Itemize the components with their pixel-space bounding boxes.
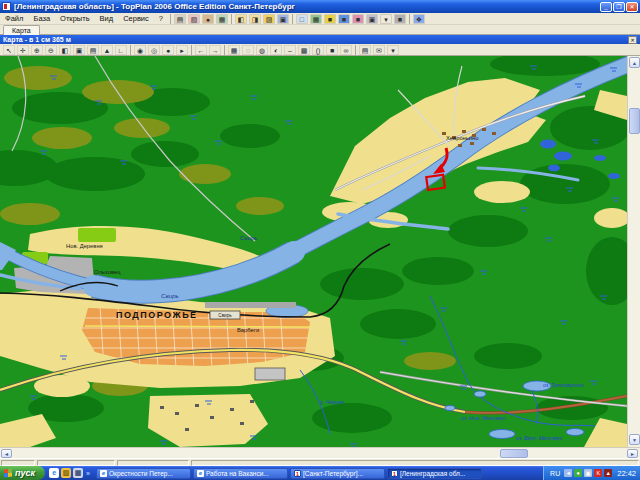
scroll-down-button[interactable]: ▼ [629, 434, 640, 445]
vertical-scroll-thumb[interactable] [629, 108, 640, 134]
topplan-icon: 1 [391, 470, 398, 477]
vertical-scrollbar[interactable]: ▲ ▼ [627, 56, 640, 447]
scroll-right-button[interactable]: ► [627, 449, 638, 458]
blue-window-icon[interactable]: ■ [338, 14, 350, 24]
drive-icon[interactable]: ▣ [366, 14, 378, 24]
menu-item-вид[interactable]: Вид [95, 13, 119, 25]
minus-icon[interactable]: – [284, 45, 296, 55]
link-icon[interactable]: ∞ [340, 45, 352, 55]
save-icon[interactable]: ▣ [277, 14, 289, 24]
photo-icon[interactable]: ▩ [298, 45, 310, 55]
map-label: ПОДПОРОЖЬЕ [116, 310, 198, 320]
minimize-button[interactable]: _ [600, 2, 612, 12]
quick-launch-chevron[interactable]: » [86, 470, 90, 477]
close-button[interactable]: ✕ [626, 2, 638, 12]
screen-icon[interactable]: ■ [326, 45, 338, 55]
north-arrow-icon[interactable]: ▲ [101, 45, 113, 55]
zoom-in-icon[interactable]: ⊕ [31, 45, 43, 55]
horizontal-scrollbar[interactable]: ◄ ► [0, 447, 640, 458]
search-object-icon[interactable]: ◍ [256, 45, 268, 55]
taskbar: пуск e▨▦ » eОкрестности Петер...eРабота … [0, 466, 640, 480]
print-map-icon[interactable]: ▤ [87, 45, 99, 55]
network-icon[interactable]: ▣ [584, 469, 592, 477]
taskbar-button-4[interactable]: 1[Ленинградская обл... [387, 468, 482, 479]
export-right-icon[interactable]: ◨ [249, 14, 261, 24]
layers-icon[interactable]: ▦ [228, 45, 240, 55]
globe-route-icon[interactable]: ◐ [270, 45, 282, 55]
object-info-icon[interactable]: ▣ [73, 45, 85, 55]
more-dropdown-icon[interactable]: ▾ [387, 45, 399, 55]
guard-icon[interactable]: ▲ [604, 469, 612, 477]
picture-icon[interactable]: ▦ [216, 14, 228, 24]
toolbar-separator [355, 45, 356, 55]
toolbar-separator [231, 14, 232, 24]
menu-item-сервис[interactable]: Сервис [118, 13, 154, 25]
language-indicator[interactable]: RU [550, 470, 560, 477]
toolbar-separator [170, 14, 171, 24]
show-desktop-icon[interactable]: ▦ [73, 468, 83, 478]
person-icon[interactable]: ● [202, 14, 214, 24]
screen: [Ленинградская область] - TopPlan 2006 O… [0, 0, 640, 480]
select-area-icon[interactable]: ◧ [59, 45, 71, 55]
map-toolbar: ↖✛⊕⊖◧▣▤▲∟◉◎●▸←→▦◌◍◐–▩()■∞▤✉▾ [0, 44, 640, 56]
flag-icon[interactable]: ▸ [176, 45, 188, 55]
view-all-icon[interactable]: ◎ [148, 45, 160, 55]
kaspersky-icon[interactable]: K [594, 469, 602, 477]
map-canvas[interactable]: СвирьХевроньиноСвирьНов. ДеревняОльховец… [0, 56, 627, 447]
yellow-window-icon[interactable]: ■ [324, 14, 336, 24]
print2-icon[interactable]: ▤ [359, 45, 371, 55]
folder-quicklaunch-icon[interactable]: ▨ [61, 468, 71, 478]
menu-item-открыть[interactable]: Открыть [55, 13, 94, 25]
forward-icon[interactable]: → [209, 45, 221, 55]
volume-icon[interactable]: ◄ [564, 469, 572, 477]
search-icon[interactable]: ◌ [242, 45, 254, 55]
back-icon[interactable]: ← [195, 45, 207, 55]
scroll-up-button[interactable]: ▲ [629, 57, 640, 68]
pink-window-icon[interactable]: ■ [352, 14, 364, 24]
coords-icon[interactable]: () [312, 45, 324, 55]
map-label: Варбеги [237, 327, 259, 333]
gray-window-icon[interactable]: ■ [394, 14, 406, 24]
map-svg[interactable]: СвирьХевроньиноСвирьНов. ДеревняОльховец… [0, 56, 627, 447]
antivirus-green-icon[interactable]: ● [574, 469, 582, 477]
pan-tool-icon[interactable]: ✛ [17, 45, 29, 55]
start-label: пуск [15, 468, 35, 478]
restore-button[interactable]: ❐ [613, 2, 625, 12]
open-folder-icon[interactable]: ▨ [263, 14, 275, 24]
new-window-icon[interactable]: □ [296, 14, 308, 24]
dropdown-icon[interactable]: ▾ [380, 14, 392, 24]
menu-item-файл[interactable]: Файл [0, 13, 28, 25]
select-tool-icon[interactable]: ↖ [3, 45, 15, 55]
scroll-left-button[interactable]: ◄ [1, 449, 12, 458]
map-label: р. Черная [319, 399, 344, 405]
taskbar-button-2[interactable]: eРабота на Ваканси... [193, 468, 288, 479]
task-button-label: Работа на Ваканси... [206, 470, 269, 477]
stamp-icon[interactable]: ▧ [188, 14, 200, 24]
horizontal-scroll-thumb[interactable] [500, 449, 528, 458]
ie-icon: e [197, 470, 204, 477]
title-bar: [Ленинградская область] - TopPlan 2006 O… [0, 0, 640, 13]
toolbar-separator [409, 14, 410, 24]
menu-item-база[interactable]: База [28, 13, 55, 25]
map-close-button[interactable]: ✕ [628, 36, 637, 44]
taskbar-button-1[interactable]: eОкрестности Петер... [96, 468, 191, 479]
map-window-icon[interactable]: ▦ [310, 14, 322, 24]
windows-logo-icon [4, 469, 12, 478]
ie-quicklaunch-icon[interactable]: e [49, 468, 59, 478]
address-book-icon[interactable]: ▤ [174, 14, 186, 24]
map-label: Ольховец [94, 269, 121, 275]
quick-launch-bar: e▨▦ » [45, 468, 93, 478]
start-button[interactable]: пуск [0, 466, 45, 480]
zoom-out-icon[interactable]: ⊖ [45, 45, 57, 55]
map-label: оз. Ниж. Мелозеро [461, 415, 506, 421]
menu-item-?[interactable]: ? [154, 13, 168, 25]
measure-icon[interactable]: ∟ [115, 45, 127, 55]
mail-icon[interactable]: ✉ [373, 45, 385, 55]
preview-screen-icon[interactable]: ❖ [413, 14, 425, 24]
view-point-icon[interactable]: ◉ [134, 45, 146, 55]
globe-icon[interactable]: ● [162, 45, 174, 55]
export-left-icon[interactable]: ◧ [235, 14, 247, 24]
taskbar-button-3[interactable]: 1[Санкт-Петербург]... [290, 468, 385, 479]
task-button-label: [Санкт-Петербург]... [303, 470, 363, 477]
tab-karta[interactable]: Карта [3, 25, 40, 35]
